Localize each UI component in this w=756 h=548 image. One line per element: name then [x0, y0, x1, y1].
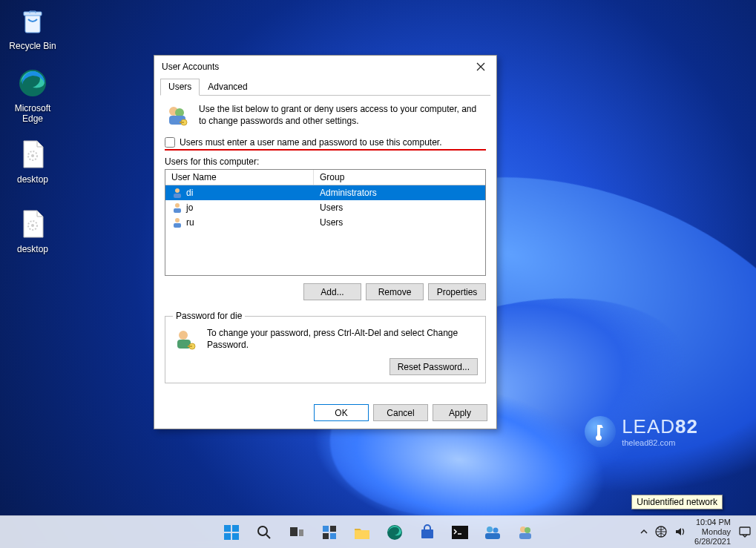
watermark-brand: LEAD82 [622, 415, 698, 438]
file-explorer-button[interactable] [347, 518, 377, 547]
must-enter-password-checkbox[interactable] [165, 137, 175, 148]
terminal-icon [451, 525, 469, 540]
reset-password-button[interactable]: Reset Password... [389, 358, 478, 375]
password-text: To change your password, press Ctrl-Alt-… [207, 327, 478, 351]
taskbar-center [217, 518, 540, 547]
watermark-url: thelead82.com [622, 438, 698, 447]
tab-advanced[interactable]: Advanced [200, 79, 255, 96]
chevron-up-icon [640, 527, 648, 536]
button-label: Add... [321, 287, 344, 297]
taskbar: 10:04 PM Monday 6/28/2021 [0, 515, 756, 548]
close-button[interactable] [470, 56, 492, 77]
user-icon [171, 187, 183, 199]
desktop-icon-ini-2[interactable]: desktop [4, 206, 61, 254]
apply-button[interactable]: Apply [433, 404, 487, 421]
svg-rect-13 [174, 194, 181, 198]
button-label: Properties [437, 287, 478, 297]
ok-button[interactable]: OK [314, 404, 369, 421]
folder-icon [353, 524, 371, 541]
svg-rect-15 [174, 208, 181, 213]
highlight-underline [165, 149, 486, 151]
people-icon [484, 524, 502, 541]
svg-point-12 [175, 188, 180, 193]
network-icon[interactable] [654, 525, 668, 540]
store-button[interactable] [412, 518, 442, 547]
globe-icon [654, 525, 668, 538]
task-view-button[interactable] [282, 518, 312, 547]
dialog-tabs: Users Advanced [160, 78, 490, 96]
svg-rect-1 [24, 12, 42, 16]
volume-icon[interactable] [674, 525, 687, 540]
desktop-icon-label: desktop [4, 174, 61, 185]
tab-label: Users [168, 82, 191, 92]
svg-rect-31 [323, 533, 329, 539]
speaker-icon [674, 525, 687, 538]
cell-group: Administrators [314, 186, 485, 199]
cell-group: Users [314, 216, 485, 229]
table-row[interactable]: di Administrators [165, 185, 485, 200]
notification-icon [738, 525, 752, 538]
cell-username: jo [186, 202, 193, 213]
terminal-button[interactable] [445, 518, 475, 547]
desktop-icon-edge[interactable]: Microsoft Edge [4, 65, 61, 124]
svg-rect-17 [174, 223, 181, 228]
svg-rect-30 [330, 526, 336, 532]
svg-rect-35 [452, 526, 468, 539]
network-tooltip: Unidentified network [631, 495, 723, 509]
svg-rect-43 [740, 527, 750, 535]
notifications-button[interactable] [738, 525, 752, 540]
tab-label: Advanced [208, 82, 247, 92]
cancel-button[interactable]: Cancel [373, 404, 428, 421]
edge-taskbar-button[interactable] [380, 518, 410, 547]
watermark: LEAD82 thelead82.com [585, 415, 698, 447]
user-accounts-taskbar-button[interactable] [510, 518, 540, 547]
svg-rect-23 [232, 525, 239, 532]
desktop-icon-recycle-bin[interactable]: Recycle Bin [4, 3, 61, 51]
start-button[interactable] [217, 518, 246, 547]
column-header-group[interactable]: Group [314, 170, 485, 185]
svg-rect-19 [177, 340, 191, 349]
tray-overflow-button[interactable] [640, 527, 648, 538]
clock-date: 6/28/2021 [694, 537, 731, 547]
svg-point-18 [179, 331, 188, 340]
button-label: Remove [378, 287, 412, 297]
widgets-button[interactable] [315, 518, 344, 547]
widgets-icon [321, 524, 338, 541]
button-label: Cancel [387, 408, 414, 418]
taskbar-right: 10:04 PM Monday 6/28/2021 [640, 518, 752, 547]
properties-button[interactable]: Properties [428, 283, 486, 300]
svg-rect-34 [421, 529, 433, 538]
search-button[interactable] [249, 518, 279, 547]
users-list-label: Users for this computer: [165, 156, 486, 167]
desktop-icon-ini-1[interactable]: desktop [4, 136, 61, 185]
store-icon [419, 524, 435, 541]
users-table: User Name Group di Administrators jo Use… [165, 169, 486, 276]
button-label: OK [335, 408, 347, 418]
svg-rect-38 [485, 533, 500, 539]
svg-rect-29 [323, 526, 329, 532]
dialog-title: User Accounts [162, 62, 219, 72]
search-icon [256, 524, 272, 541]
svg-point-40 [525, 527, 530, 533]
table-row[interactable]: ru Users [165, 215, 485, 230]
people-button[interactable] [478, 518, 507, 547]
button-label: Apply [449, 408, 471, 418]
add-button[interactable]: Add... [303, 283, 361, 300]
tab-users[interactable]: Users [160, 79, 200, 96]
svg-rect-11 [180, 122, 184, 123]
password-group: Password for die To change your password… [165, 311, 486, 383]
svg-rect-27 [290, 527, 298, 536]
dialog-titlebar[interactable]: User Accounts [154, 56, 496, 78]
column-header-username[interactable]: User Name [165, 170, 314, 185]
file-icon [15, 136, 50, 172]
users-keys-icon [165, 103, 190, 128]
taskbar-clock[interactable]: 10:04 PM Monday 6/28/2021 [694, 518, 731, 547]
user-icon [171, 202, 183, 214]
table-header: User Name Group [165, 170, 485, 185]
remove-button[interactable]: Remove [366, 283, 424, 300]
svg-point-26 [258, 526, 267, 535]
checkbox-label[interactable]: Users must enter a user name and passwor… [180, 137, 442, 148]
users-keys-icon [516, 524, 534, 541]
recycle-bin-icon [15, 3, 50, 39]
table-row[interactable]: jo Users [165, 200, 485, 215]
